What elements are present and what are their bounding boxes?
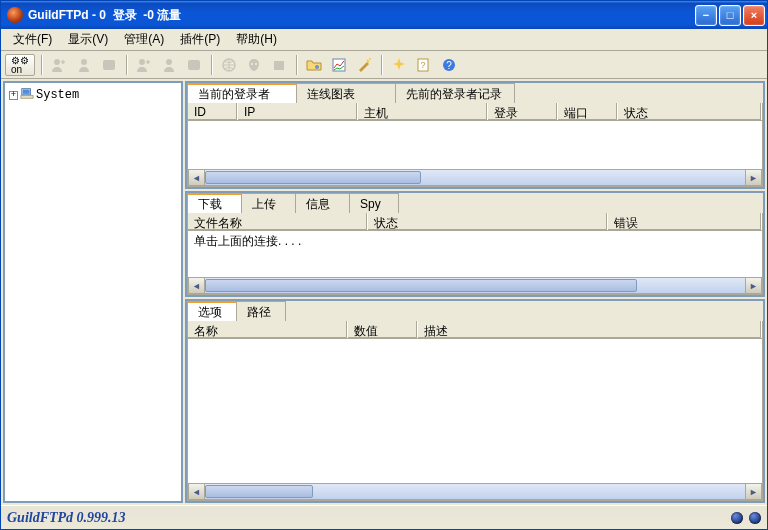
transfers-pane: 下载 上传 信息 Spy 文件名称 状态 错误 单击上面的连接. . . . ◄… (185, 191, 765, 297)
options-column-headers: 名称 数值 描述 (188, 321, 762, 339)
tree-root-row[interactable]: + System (7, 85, 179, 105)
group-icon[interactable] (183, 54, 205, 76)
scroll-track[interactable] (205, 169, 745, 186)
options-tabrow: 选项 路径 (187, 301, 763, 321)
svg-point-12 (369, 58, 371, 60)
spark-icon[interactable] (388, 54, 410, 76)
user-icon[interactable] (158, 54, 180, 76)
tab-path[interactable]: 路径 (236, 301, 286, 321)
maximize-button[interactable]: □ (719, 5, 741, 26)
tree-expand-icon[interactable]: + (9, 91, 18, 100)
col-description[interactable]: 描述 (418, 321, 762, 338)
tree-panel: + System (3, 81, 183, 503)
logins-list (188, 121, 762, 169)
col-host[interactable]: 主机 (358, 103, 488, 120)
svg-rect-5 (188, 60, 200, 70)
options-list (188, 339, 762, 483)
toolbar: ⚙⚙ on ? ? (1, 51, 767, 79)
app-icon (7, 7, 23, 23)
col-filename[interactable]: 文件名称 (188, 213, 368, 230)
scroll-left-icon[interactable]: ◄ (188, 277, 205, 294)
col-port[interactable]: 端口 (558, 103, 618, 120)
scroll-track[interactable] (205, 483, 745, 500)
col-name[interactable]: 名称 (188, 321, 348, 338)
window-titlebar: GuildFTPd - 0 登录 -0 流量 − □ × (1, 1, 767, 29)
tab-connection-graph[interactable]: 连线图表 (296, 83, 396, 103)
svg-point-7 (251, 63, 253, 65)
logins-column-headers: ID IP 主机 登录 端口 状态 (188, 103, 762, 121)
col-status[interactable]: 状态 (618, 103, 762, 120)
help-card-icon[interactable]: ? (413, 54, 435, 76)
group-icon[interactable] (98, 54, 120, 76)
scroll-right-icon[interactable]: ► (745, 483, 762, 500)
scroll-thumb[interactable] (205, 279, 637, 292)
led-icon (731, 512, 743, 524)
main-area: + System 当前的登录者 连线图表 先前的登录者记录 ID IP 主机 登… (1, 79, 767, 505)
toolbar-separator (211, 55, 212, 75)
tab-options[interactable]: 选项 (187, 301, 237, 321)
col-error[interactable]: 错误 (608, 213, 762, 230)
tree-root-label: System (36, 88, 79, 102)
help-round-icon[interactable]: ? (438, 54, 460, 76)
svg-rect-18 (23, 90, 30, 94)
options-body: 名称 数值 描述 ◄ ► (187, 321, 763, 501)
col-ip[interactable]: IP (238, 103, 358, 120)
tab-spy[interactable]: Spy (349, 193, 399, 213)
scroll-track[interactable] (205, 277, 745, 294)
transfers-tabrow: 下载 上传 信息 Spy (187, 193, 763, 213)
menu-help[interactable]: 帮助(H) (228, 29, 285, 50)
globe-icon[interactable] (218, 54, 240, 76)
wizard-icon[interactable] (353, 54, 375, 76)
transfers-hscroll[interactable]: ◄ ► (188, 277, 762, 294)
computer-icon (20, 86, 34, 104)
svg-point-4 (166, 59, 172, 65)
toolbar-separator (381, 55, 382, 75)
svg-text:?: ? (446, 60, 452, 71)
logins-body: ID IP 主机 登录 端口 状态 ◄ ► (187, 103, 763, 187)
scroll-left-icon[interactable]: ◄ (188, 483, 205, 500)
user-add-icon[interactable] (133, 54, 155, 76)
svg-point-8 (255, 63, 257, 65)
tab-download[interactable]: 下载 (187, 193, 242, 213)
close-button[interactable]: × (743, 5, 765, 26)
col-value[interactable]: 数值 (348, 321, 418, 338)
scroll-right-icon[interactable]: ► (745, 277, 762, 294)
led-icon (749, 512, 761, 524)
logins-hscroll[interactable]: ◄ ► (188, 169, 762, 186)
scroll-left-icon[interactable]: ◄ (188, 169, 205, 186)
menu-admin[interactable]: 管理(A) (116, 29, 172, 50)
svg-point-10 (315, 65, 319, 69)
user-add-icon[interactable] (48, 54, 70, 76)
scroll-right-icon[interactable]: ► (745, 169, 762, 186)
menu-bar: 文件(F) 显示(V) 管理(A) 插件(P) 帮助(H) (1, 29, 767, 51)
menu-file[interactable]: 文件(F) (5, 29, 60, 50)
svg-rect-19 (21, 96, 33, 99)
col-id[interactable]: ID (188, 103, 238, 120)
menu-plugins[interactable]: 插件(P) (172, 29, 228, 50)
tab-upload[interactable]: 上传 (241, 193, 296, 213)
tab-previous-logins[interactable]: 先前的登录者记录 (395, 83, 515, 103)
graph-icon[interactable] (328, 54, 350, 76)
col-xfer-status[interactable]: 状态 (368, 213, 608, 230)
svg-rect-9 (274, 61, 284, 70)
scroll-thumb[interactable] (205, 485, 313, 498)
options-hscroll[interactable]: ◄ ► (188, 483, 762, 500)
logins-pane: 当前的登录者 连线图表 先前的登录者记录 ID IP 主机 登录 端口 状态 ◄… (185, 81, 765, 189)
svg-point-3 (139, 59, 145, 65)
menu-view[interactable]: 显示(V) (60, 29, 116, 50)
alien-icon[interactable] (243, 54, 265, 76)
status-version: GuildFTPd 0.999.13 (7, 510, 126, 526)
options-pane: 选项 路径 名称 数值 描述 ◄ ► (185, 299, 765, 503)
minimize-button[interactable]: − (695, 5, 717, 26)
col-login[interactable]: 登录 (488, 103, 558, 120)
folder-gear-icon[interactable] (303, 54, 325, 76)
transfers-body: 文件名称 状态 错误 单击上面的连接. . . . ◄ ► (187, 213, 763, 295)
scroll-thumb[interactable] (205, 171, 421, 184)
status-bar: GuildFTPd 0.999.13 (1, 505, 767, 529)
tab-info[interactable]: 信息 (295, 193, 350, 213)
window-title: GuildFTPd - 0 登录 -0 流量 (28, 7, 695, 24)
user-icon[interactable] (73, 54, 95, 76)
tab-current-logins[interactable]: 当前的登录者 (187, 83, 297, 103)
toggle-palette-button[interactable]: ⚙⚙ on (5, 54, 35, 76)
box-icon[interactable] (268, 54, 290, 76)
